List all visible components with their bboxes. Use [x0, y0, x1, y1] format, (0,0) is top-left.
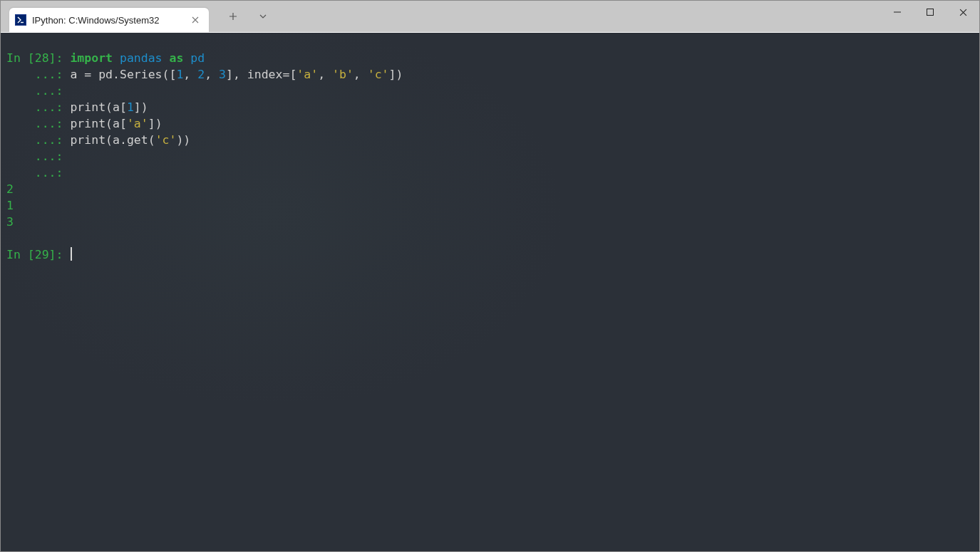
code-token: print(a[: [70, 117, 126, 130]
code-token: ]): [389, 68, 403, 81]
minimize-button[interactable]: [881, 1, 914, 24]
window-controls: [881, 1, 979, 24]
code-token: ,: [183, 68, 197, 81]
code-token: 1: [176, 68, 183, 81]
tab-close-button[interactable]: [189, 14, 202, 26]
tab-dropdown-button[interactable]: [252, 5, 274, 28]
cursor: [71, 247, 72, 261]
code-token: [163, 51, 170, 65]
output-line: 2: [6, 182, 14, 196]
code-token: ]): [134, 100, 148, 114]
code-token: 'a': [127, 117, 148, 130]
continuation-prompt: ...:: [6, 117, 70, 130]
tab-actions: [212, 1, 274, 32]
code-token: )): [176, 133, 190, 147]
continuation-prompt: ...:: [6, 133, 70, 147]
terminal-area[interactable]: In [28]: import pandas as pd ...: a = pd…: [1, 33, 979, 551]
code-token: 'b': [332, 68, 354, 81]
titlebar: IPython: C:Windows/System32: [1, 1, 979, 32]
continuation-prompt: ...:: [6, 100, 70, 114]
code-token: as: [170, 51, 184, 65]
continuation-prompt: ...:: [6, 166, 70, 179]
code-token: 2: [197, 68, 205, 81]
code-token: 'c': [155, 133, 177, 147]
code-token: ,: [354, 68, 368, 81]
code-token: print(a[: [70, 100, 126, 114]
input-prompt: In [29]:: [6, 248, 70, 261]
code-token: a = pd.Series([: [70, 68, 176, 81]
code-token: print(a.get(: [70, 133, 155, 147]
continuation-prompt: ...:: [6, 150, 70, 163]
code-token: pd: [190, 51, 205, 65]
output-line: 3: [6, 215, 14, 229]
code-token: 3: [219, 68, 226, 81]
tab-ipython[interactable]: IPython: C:Windows/System32: [9, 8, 209, 32]
code-token: [113, 51, 120, 65]
code-token: import: [70, 51, 113, 65]
input-prompt: In [28]:: [6, 51, 70, 65]
tab-strip: IPython: C:Windows/System32: [1, 1, 881, 32]
code-token: ]): [148, 117, 163, 130]
code-token: pandas: [120, 51, 163, 65]
output-line: 1: [6, 199, 14, 212]
new-tab-button[interactable]: [222, 5, 244, 28]
close-button[interactable]: [947, 1, 979, 24]
code-token: 'c': [368, 68, 389, 81]
continuation-prompt: ...:: [6, 68, 70, 81]
code-token: 1: [127, 100, 134, 114]
maximize-button[interactable]: [914, 1, 947, 24]
code-token: 'a': [296, 68, 318, 81]
code-token: ,: [205, 68, 219, 81]
code-token: ,: [318, 68, 332, 81]
continuation-prompt: ...:: [6, 84, 70, 98]
code-token: [183, 51, 190, 65]
powershell-icon: [15, 14, 26, 26]
terminal-window: IPython: C:Windows/System32: [0, 0, 980, 552]
svg-rect-2: [927, 9, 934, 16]
code-token: ], index=[: [226, 68, 296, 81]
tab-title: IPython: C:Windows/System32: [32, 15, 183, 26]
